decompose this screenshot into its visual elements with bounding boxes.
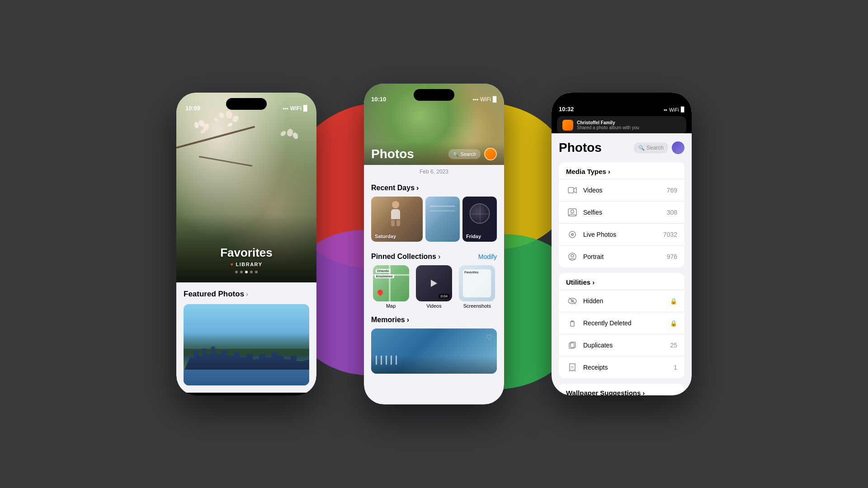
right-status-bar: 10:32 ▪▪ WiFi ▉ [552, 93, 692, 115]
memories-section: Memories › ♡ [364, 314, 504, 374]
screenshots-thumb-container: Favorites [459, 265, 495, 301]
day-bg-saturday2 [425, 197, 460, 242]
phone-center: 10:10 ▪▪▪ WiFi ▉ Photos 🔍 Search [364, 84, 504, 404]
album-subtitle: ♥ LIBRARY [230, 262, 262, 267]
day-label-friday: Friday [466, 234, 481, 239]
featured-image[interactable] [184, 304, 309, 385]
recently-deleted-row-label: Recently Deleted [583, 319, 670, 327]
memories-header[interactable]: Memories › [371, 314, 497, 328]
recent-days-grid: Saturday [371, 197, 497, 242]
water-bg [184, 370, 309, 385]
media-row-portrait[interactable]: Portrait 976 [559, 245, 684, 267]
search-icon-right: 🔍 [638, 145, 645, 151]
media-types-chevron: › [608, 168, 610, 175]
wallpaper-chevron: › [642, 389, 645, 395]
videos-thumb-container: 0:04 [416, 265, 452, 301]
utility-row-receipts[interactable]: Receipts 1 [559, 356, 684, 378]
phone-right: 10:32 ▪▪ WiFi ▉ Christoffel Family Share… [552, 93, 692, 395]
screenshot-text: Favorites [464, 271, 478, 274]
memory-heart-icon[interactable]: ♡ [486, 333, 492, 342]
media-row-videos[interactable]: Videos 769 [559, 179, 684, 201]
photos-header-overlay: Photos 🔍 Search [364, 142, 504, 165]
utilities-header[interactable]: Utilities › [559, 273, 684, 290]
signal-icon: ▪▪▪ [283, 105, 288, 112]
recent-days-chevron: › [416, 184, 419, 192]
memory-card[interactable]: ♡ [371, 328, 497, 374]
wifi-icon-right: WiFi [669, 107, 679, 113]
day-card-friday[interactable]: Friday [462, 197, 497, 242]
day-card-saturday[interactable]: Saturday [371, 197, 423, 242]
live-photos-icon [566, 228, 579, 241]
collection-map[interactable]: Orlando Kissimmee Map [371, 265, 410, 309]
pinned-collections-label: Pinned Collections [371, 253, 436, 261]
featured-photos-section: Featured Photos › [176, 282, 316, 393]
right-content: Photos 🔍 Search Media Types › [552, 133, 692, 395]
collection-screenshots[interactable]: Favorites Screenshots [458, 265, 497, 309]
search-bar-right[interactable]: 🔍 Search [634, 142, 668, 153]
notification-banner[interactable]: Christoffel Family Shared a photo album … [557, 116, 686, 133]
receipts-icon [566, 361, 579, 374]
album-overlay: 🔍 Search Favorites ♥ LIBRARY [176, 215, 316, 282]
screenshots-label: Screenshots [463, 303, 491, 309]
utility-row-duplicates[interactable]: Duplicates 25 [559, 334, 684, 356]
day-card-saturday2[interactable] [425, 197, 460, 242]
utility-row-hidden[interactable]: Hidden 🔒 [559, 290, 684, 312]
notif-body: Shared a photo album with you [577, 125, 681, 130]
svg-point-11 [572, 234, 573, 235]
pinned-title-group[interactable]: Pinned Collections › [371, 253, 440, 261]
hidden-row-label: Hidden [583, 297, 670, 305]
utility-row-recently-deleted[interactable]: Recently Deleted 🔒 [559, 312, 684, 334]
signal-icon-center: ▪▪▪ [472, 96, 478, 103]
right-app-header: Photos 🔍 Search [559, 141, 684, 155]
dot-2 [240, 271, 243, 273]
svg-rect-17 [571, 322, 574, 326]
signal-icon-right: ▪▪ [664, 107, 667, 113]
pinned-collections-section: Pinned Collections › Modify Orla [364, 247, 504, 309]
pinned-chevron: › [438, 253, 440, 261]
duplicates-icon [566, 339, 579, 352]
map-pin [377, 290, 383, 297]
memories-label: Memories [371, 316, 405, 324]
map-label: Map [386, 303, 396, 309]
notif-text: Christoffel Family Shared a photo album … [577, 120, 681, 130]
recent-days-header[interactable]: Recent Days › [371, 178, 497, 197]
hero-image-left: 🔍 Search Favorites ♥ LIBRARY [176, 93, 316, 282]
videos-label: Videos [426, 303, 441, 309]
modify-button[interactable]: Modify [478, 253, 497, 260]
recent-days-section: Recent Days › [364, 178, 504, 242]
search-bar-center[interactable]: 🔍 Search [448, 149, 481, 159]
center-status-time: 10:10 [371, 96, 386, 103]
receipts-row-label: Receipts [583, 364, 674, 371]
baby-figure [387, 201, 403, 226]
wifi-icon: WiFi [290, 105, 302, 112]
flowers-decoration-3 [276, 129, 307, 169]
screenshots-thumb: Favorites [459, 265, 495, 301]
portrait-row-label: Portrait [583, 253, 667, 260]
utilities-section: Utilities › Hidden 🔒 [559, 273, 684, 378]
status-icons-left: ▪▪▪ WiFi ▉ [283, 105, 307, 112]
media-types-section: Media Types › Videos 769 [559, 162, 684, 267]
play-icon [431, 280, 437, 287]
notif-title: Christoffel Family [577, 120, 681, 125]
memories-chevron: › [407, 316, 409, 324]
featured-photos-header[interactable]: Featured Photos › [184, 290, 309, 299]
phone-left: 10:09 ▪▪▪ WiFi ▉ [176, 93, 316, 395]
live-photos-row-label: Live Photos [583, 231, 663, 238]
center-status-icons: ▪▪▪ WiFi ▉ [472, 96, 497, 103]
right-status-time: 10:32 [559, 106, 574, 113]
status-time-left: 10:09 [185, 105, 200, 112]
avatar-center[interactable] [484, 148, 497, 160]
videos-row-count: 769 [667, 187, 677, 194]
right-app-title: Photos [559, 141, 602, 155]
collection-videos[interactable]: 0:04 Videos [414, 265, 453, 309]
wallpaper-header[interactable]: Wallpaper Suggestions › [559, 384, 684, 395]
media-row-selfies[interactable]: Selfies 308 [559, 201, 684, 223]
avatar-right[interactable] [672, 141, 684, 154]
media-types-header[interactable]: Media Types › [559, 162, 684, 179]
dot-3 [245, 271, 248, 273]
media-row-live-photos[interactable]: Live Photos 7032 [559, 223, 684, 245]
utilities-label: Utilities [566, 278, 590, 286]
album-title: Favorites [220, 246, 273, 260]
heart-icon: ♥ [230, 262, 234, 267]
wallpaper-label: Wallpaper Suggestions [566, 389, 641, 395]
